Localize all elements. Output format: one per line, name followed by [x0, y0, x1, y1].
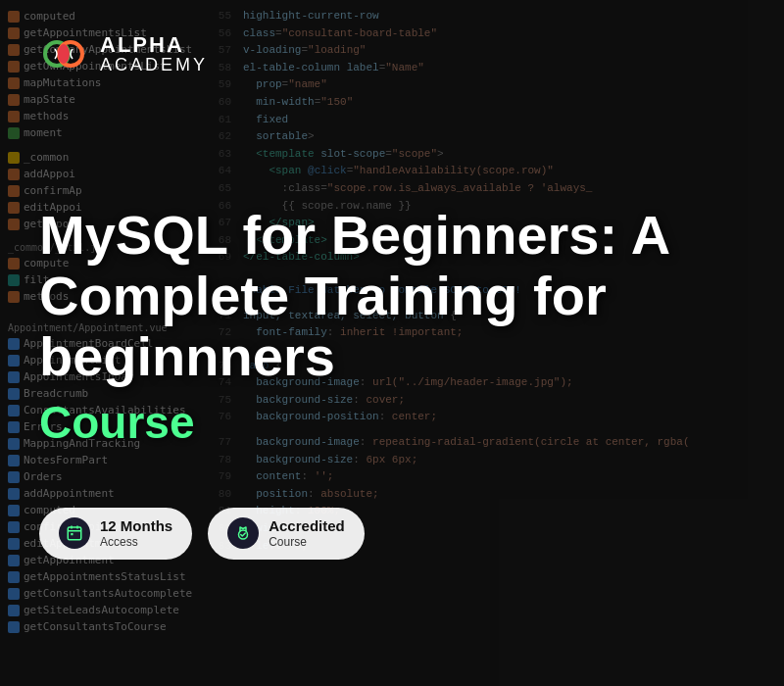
badge-accredited-sub: Course: [269, 535, 345, 549]
course-title: MySQL for Beginners: A Complete Training…: [39, 205, 670, 386]
title-area: MySQL for Beginners: A Complete Training…: [39, 108, 670, 657]
header: ALPHA ACADEMY: [39, 29, 208, 78]
calendar-icon: [59, 517, 90, 549]
logo-academy: ACADEMY: [100, 56, 208, 74]
medal-icon: [227, 517, 259, 549]
badge-months-access: 12 Months Access: [39, 508, 192, 559]
logo-text: ALPHA ACADEMY: [100, 34, 208, 74]
logo-alpha: ALPHA: [100, 34, 208, 56]
logo-icon: [39, 29, 88, 78]
page-container: computed getAppointmentsList getCompanyA…: [0, 0, 784, 686]
badge-months-sub: Access: [100, 535, 172, 549]
badge-accredited-label: Accredited: [269, 517, 345, 535]
badges-container: 12 Months Access Accredited: [39, 508, 670, 559]
svg-rect-7: [71, 533, 73, 535]
content-layer: ALPHA ACADEMY MySQL for Beginners: A Com…: [0, 0, 784, 686]
svg-point-2: [58, 44, 70, 64]
badge-months-text: 12 Months Access: [100, 517, 172, 549]
badge-accredited: Accredited Course: [208, 508, 365, 559]
badge-months-label: 12 Months: [100, 517, 172, 535]
badge-accredited-text: Accredited Course: [269, 517, 345, 549]
svg-rect-3: [68, 527, 81, 540]
course-subtitle: Course: [39, 396, 670, 449]
